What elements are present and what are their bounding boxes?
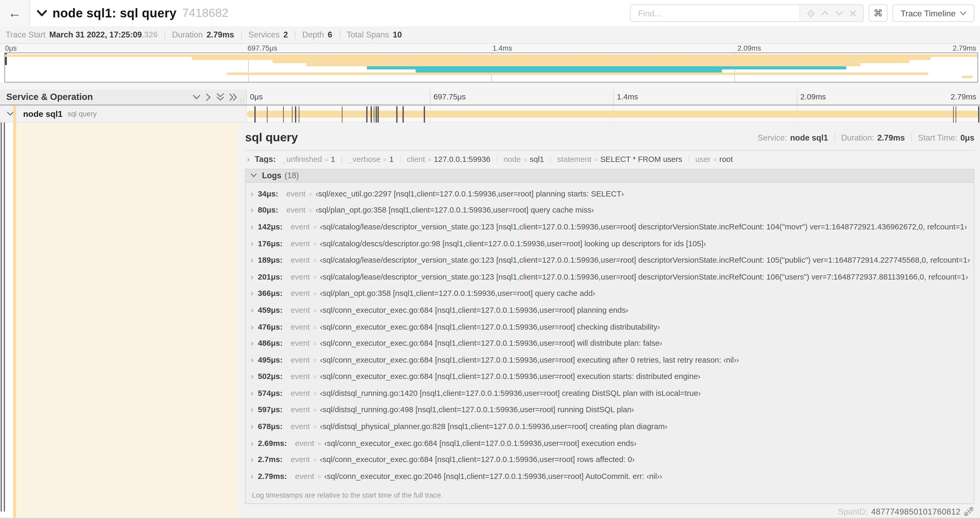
tags-expander-chevron-icon[interactable]: › [247,156,250,163]
log-timestamp: 34μs: [258,189,278,198]
log-field-value: ‹sql/distsql_running.go:1420 [nsql1,clie… [320,389,701,398]
span-row-timeline-cell[interactable] [246,106,980,123]
log-entry[interactable]: › 495μs: event = ‹sql/conn_executor_exec… [251,356,970,372]
tag-item[interactable]: node=sql1 [503,156,544,163]
log-entry[interactable]: › 678μs: event = ‹sql/distsql_physical_p… [251,422,970,439]
logs-header[interactable]: Logs (18) [246,169,974,182]
log-expander-chevron-icon[interactable]: › [251,339,253,347]
log-entry[interactable]: › 366μs: event = ‹sql/plan_opt.go:358 [n… [251,289,970,306]
log-field-value: ‹sql/conn_executor_exec.go:684 [nsql1,cl… [320,306,628,315]
span-collapse-chevron-icon[interactable] [7,111,14,116]
tag-item[interactable]: _unfinished=1 [282,156,336,163]
span-duration-bar[interactable] [247,110,980,117]
log-expander-chevron-icon[interactable]: › [251,356,253,364]
log-expander-chevron-icon[interactable]: › [251,256,253,264]
minimap-span-bar [367,67,846,69]
find-next-chevron-down-icon[interactable] [835,11,843,16]
back-arrow-icon: ← [8,6,21,21]
log-entry[interactable]: › 2.69ms: event = ‹sql/conn_executor_exe… [251,439,970,455]
log-field-value: ‹sql/conn_executor_exec.go:684 [nsql1,cl… [320,356,739,364]
log-expander-chevron-icon[interactable]: › [251,223,253,231]
tag-divider [496,156,497,163]
log-entry[interactable]: › 176μs: event = ‹sql/catalog/descs/desc… [251,239,970,256]
timeline-gridline [430,89,430,104]
find-box [630,5,864,22]
tag-divider [400,156,401,163]
column-resizer-grip[interactable] [240,98,244,103]
collapse-trace-chevron-icon[interactable] [37,10,47,17]
log-expander-chevron-icon[interactable]: › [251,289,253,297]
log-expander-chevron-icon[interactable]: › [251,455,253,464]
log-expander-chevron-icon[interactable]: › [251,306,253,314]
logs-collapse-chevron-icon [251,173,257,178]
log-equals: = [313,456,317,463]
tag-value: sql1 [530,156,544,163]
collapse-one-chevron-down-icon[interactable] [192,94,201,100]
log-field-key: event [291,322,310,331]
log-equals: = [313,356,317,364]
tag-divider [550,156,551,163]
tag-item[interactable]: client=127.0.0.1:59936 [407,156,490,163]
timeline-gridline [797,89,797,104]
log-entry[interactable]: › 502μs: event = ‹sql/conn_executor_exec… [251,372,970,389]
log-expander-chevron-icon[interactable]: › [251,206,253,214]
log-entry[interactable]: › 142μs: event = ‹sql/catalog/lease/desc… [251,223,970,239]
span-row-name-cell[interactable]: node sql1 sql query [0,106,246,123]
tag-equals: = [325,156,329,163]
log-expander-chevron-icon[interactable]: › [251,372,253,380]
log-expander-chevron-icon[interactable]: › [251,189,253,198]
log-entry[interactable]: › 2.79ms: event = ‹sql/conn_executor_exe… [251,472,970,489]
logs-title: Logs [262,171,282,180]
expand-all-double-chevron-right-icon[interactable] [229,93,238,101]
collapse-all-double-chevron-down-icon[interactable] [216,93,224,101]
log-expander-chevron-icon[interactable]: › [251,439,253,447]
find-prev-chevron-up-icon[interactable] [821,11,829,16]
span-id-row: SpanID: 4877749850101760812 [245,504,974,519]
tag-item[interactable]: user=root [695,156,733,163]
log-entry[interactable]: › 189μs: event = ‹sql/catalog/lease/desc… [251,256,970,272]
log-expander-chevron-icon[interactable]: › [251,272,253,281]
log-equals: = [313,340,317,347]
logs-count: (18) [285,171,299,180]
log-entry[interactable]: › 201μs: event = ‹sql/catalog/lease/desc… [251,272,970,289]
log-entry[interactable]: › 459μs: event = ‹sql/conn_executor_exec… [251,306,970,322]
trace-view-selector[interactable]: Trace Timeline [892,5,974,22]
timeline-tick-label: 697.75μs [433,93,466,101]
log-expander-chevron-icon[interactable]: › [251,472,253,480]
log-expander-chevron-icon[interactable]: › [251,322,253,331]
log-entry[interactable]: › 34μs: event = ‹sql/exec_util.go:2297 [… [251,189,970,206]
trace-stats-bar: Trace StartMarch 31 2022, 17:25:09.326 D… [0,26,980,44]
keyboard-shortcuts-button[interactable]: ⌘ [869,5,888,22]
log-field-key: event [291,256,310,265]
log-expander-chevron-icon[interactable]: › [251,406,253,414]
log-equals: = [313,323,317,331]
trace-timeline-page: ← node sql1: sql query 7418682 ⌘ Trace T… [0,0,980,519]
log-expander-chevron-icon[interactable]: › [251,422,253,430]
log-entry[interactable]: › 486μs: event = ‹sql/conn_executor_exec… [251,339,970,356]
deep-link-icon[interactable] [964,507,973,516]
find-input[interactable] [631,5,800,21]
log-entry[interactable]: › 597μs: event = ‹sql/distsql_running.go… [251,406,970,422]
log-expander-chevron-icon[interactable]: › [251,239,253,248]
find-clear-x-icon[interactable] [850,10,856,17]
tag-item[interactable]: statement=SELECT * FROM users [557,156,682,163]
span-color-strip [13,123,16,519]
logs-list: › 34μs: event = ‹sql/exec_util.go:2297 [… [246,182,974,489]
back-button[interactable]: ← [0,0,30,26]
log-timestamp: 176μs: [258,239,283,248]
stat-value: 6 [328,30,332,40]
log-field-value: ‹sql/conn_executor_exec.go:2046 [nsql1,c… [324,472,662,481]
top-bar-controls: ⌘ Trace Timeline [630,5,980,22]
minimap-ruler-tick-label: 697.75μs [247,44,277,52]
log-entry[interactable]: › 574μs: event = ‹sql/distsql_running.go… [251,389,970,406]
log-field-value: ‹sql/distsql_physical_planner.go:828 [ns… [320,422,667,431]
trace-minimap[interactable] [5,53,978,83]
meta-label: Service: [758,133,787,142]
tag-item[interactable]: _verbose=1 [348,156,394,163]
log-entry[interactable]: › 2.7ms: event = ‹sql/conn_executor_exec… [251,455,970,472]
locate-icon[interactable] [807,9,815,17]
log-entry[interactable]: › 476μs: event = ‹sql/conn_executor_exec… [251,322,970,339]
log-expander-chevron-icon[interactable]: › [251,389,253,397]
log-entry[interactable]: › 80μs: event = ‹sql/plan_opt.go:358 [ns… [251,206,970,223]
expand-one-chevron-right-icon[interactable] [206,93,211,101]
